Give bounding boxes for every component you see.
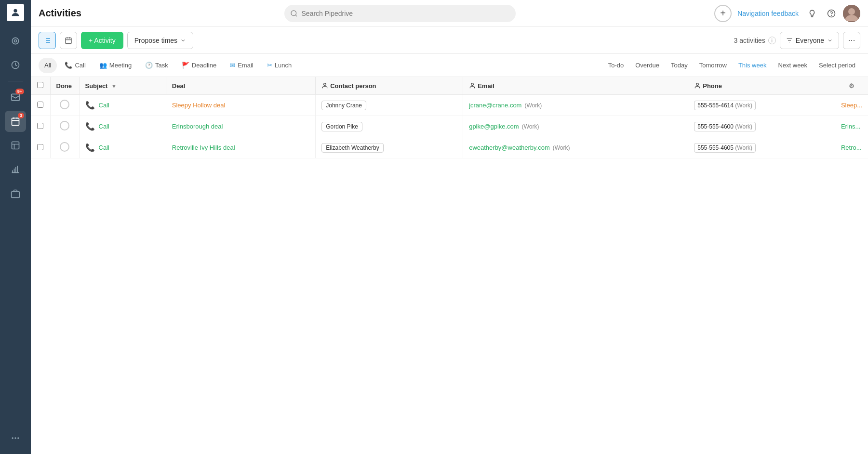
svg-point-2 bbox=[14, 40, 17, 42]
row3-deal-cell: Retroville Ivy Hills deal bbox=[166, 137, 315, 158]
header-settings[interactable]: ⚙ bbox=[835, 77, 868, 95]
sidebar-item-deals[interactable] bbox=[5, 54, 26, 76]
time-tab-todo[interactable]: To-do bbox=[603, 58, 629, 73]
row1-phone-cell: 555-555-4614 (Work) bbox=[688, 95, 835, 116]
sidebar-divider bbox=[8, 81, 23, 81]
row2-done-check[interactable] bbox=[60, 121, 69, 130]
select-all-checkbox[interactable] bbox=[37, 82, 43, 88]
svg-point-15 bbox=[848, 8, 855, 15]
row2-extra-link[interactable]: Erins... bbox=[841, 123, 860, 130]
row1-deal-cell: Sleepy Hollow deal bbox=[166, 95, 315, 116]
header-checkbox-col bbox=[31, 77, 50, 95]
header-done: Done bbox=[50, 77, 79, 95]
row3-email-link[interactable]: eweatherby@weatherby.com bbox=[469, 144, 550, 151]
topbar: Activities + Navigation feedback bbox=[31, 0, 868, 27]
row1-phone-label: (Work) bbox=[735, 102, 752, 109]
row2-checkbox[interactable] bbox=[37, 123, 43, 129]
sidebar-item-home[interactable] bbox=[5, 30, 26, 52]
lightbulb-icon[interactable] bbox=[804, 6, 820, 21]
row2-deal-link[interactable]: Erinsborough deal bbox=[172, 123, 223, 130]
filter-everyone-button[interactable]: Everyone bbox=[780, 32, 839, 49]
row2-contact-badge[interactable]: Gordon Pike bbox=[321, 122, 362, 131]
row3-contact-badge[interactable]: Elizabeth Weatherby bbox=[321, 143, 384, 153]
add-button[interactable]: + bbox=[714, 5, 732, 22]
filter-tab-call[interactable]: 📞 Call bbox=[59, 58, 91, 73]
row2-phone-cell: 555-555-4600 (Work) bbox=[688, 116, 835, 137]
mail-badge: 9+ bbox=[15, 89, 24, 94]
sidebar-item-briefcase[interactable] bbox=[5, 183, 26, 204]
row2-deal-cell: Erinsborough deal bbox=[166, 116, 315, 137]
table-row: 📞 Call Erinsborough deal Gordon Pike gpi… bbox=[31, 116, 868, 137]
user-avatar[interactable] bbox=[843, 5, 860, 22]
search-bar[interactable] bbox=[284, 5, 516, 22]
filter-tab-lunch[interactable]: ✂ Lunch bbox=[261, 58, 297, 73]
svg-rect-6 bbox=[12, 142, 19, 149]
search-input[interactable] bbox=[302, 10, 510, 17]
row3-phone-label: (Work) bbox=[735, 144, 752, 151]
header-subject[interactable]: Subject ▼ bbox=[79, 77, 166, 95]
time-tab-select-period[interactable]: Select period bbox=[814, 58, 860, 73]
nav-feedback-link[interactable]: Navigation feedback bbox=[737, 10, 799, 17]
info-icon[interactable]: i bbox=[768, 37, 776, 44]
sidebar-item-more[interactable] bbox=[5, 428, 26, 449]
row3-checkbox[interactable] bbox=[37, 144, 43, 150]
activities-table: Done Subject ▼ Deal Contact person bbox=[31, 77, 868, 158]
filter-tab-email[interactable]: ✉ Email bbox=[224, 58, 259, 73]
header-phone: Phone bbox=[688, 77, 835, 95]
row2-email-label: (Work) bbox=[522, 123, 539, 130]
sidebar-item-reports[interactable] bbox=[5, 159, 26, 180]
row1-deal-link[interactable]: Sleepy Hollow deal bbox=[172, 102, 226, 109]
row3-extra-cell: Retro... bbox=[835, 137, 868, 158]
row3-call-icon: 📞 bbox=[85, 143, 95, 152]
row3-done-check[interactable] bbox=[60, 142, 69, 152]
propose-times-button[interactable]: Propose times bbox=[127, 32, 193, 49]
list-view-button[interactable] bbox=[39, 32, 56, 49]
sidebar-item-mail[interactable]: 9+ bbox=[5, 87, 26, 108]
activities-table-container: Done Subject ▼ Deal Contact person bbox=[31, 77, 868, 454]
row2-subject-cell: 📞 Call bbox=[79, 116, 166, 137]
calendar-badge: 3 bbox=[18, 113, 24, 118]
time-tab-today[interactable]: Today bbox=[666, 58, 693, 73]
row3-done-cell bbox=[50, 137, 79, 158]
time-tab-overdue[interactable]: Overdue bbox=[630, 58, 664, 73]
app-logo[interactable] bbox=[7, 4, 24, 21]
table-header-row: Done Subject ▼ Deal Contact person bbox=[31, 77, 868, 95]
row1-extra-cell: Sleep... bbox=[835, 95, 868, 116]
row3-extra-link[interactable]: Retro... bbox=[841, 144, 862, 151]
filter-tab-task[interactable]: 🕐 Task bbox=[139, 58, 174, 73]
filter-tab-deadline[interactable]: 🚩 Deadline bbox=[176, 58, 222, 73]
row2-email-link[interactable]: gpike@gpike.com bbox=[469, 123, 519, 130]
svg-rect-5 bbox=[12, 118, 19, 125]
filter-bar: All 📞 Call 👥 Meeting 🕐 Task 🚩 Deadline ✉… bbox=[31, 54, 868, 77]
row1-done-check[interactable] bbox=[60, 100, 69, 109]
row1-extra-link[interactable]: Sleep... bbox=[841, 102, 862, 109]
row1-done-cell bbox=[50, 95, 79, 116]
sidebar-item-contacts[interactable] bbox=[5, 135, 26, 156]
row3-subject-link[interactable]: Call bbox=[99, 144, 109, 151]
time-tab-tomorrow[interactable]: Tomorrow bbox=[694, 58, 732, 73]
row1-contact-badge[interactable]: Johnny Crane bbox=[321, 101, 366, 110]
calendar-view-button[interactable] bbox=[60, 32, 77, 49]
row2-subject-link[interactable]: Call bbox=[99, 123, 109, 130]
row1-email-link[interactable]: jcrane@crane.com bbox=[469, 102, 521, 109]
filter-tab-meeting[interactable]: 👥 Meeting bbox=[93, 58, 137, 73]
column-settings-icon[interactable]: ⚙ bbox=[849, 82, 855, 90]
add-activity-button[interactable]: + Activity bbox=[81, 32, 123, 49]
filter-everyone-label: Everyone bbox=[796, 37, 824, 44]
svg-point-10 bbox=[17, 437, 19, 439]
filter-task-label: Task bbox=[155, 62, 168, 69]
svg-point-13 bbox=[831, 15, 832, 15]
row3-deal-link[interactable]: Retroville Ivy Hills deal bbox=[172, 144, 235, 151]
filter-tab-all[interactable]: All bbox=[39, 58, 57, 73]
time-tab-this-week[interactable]: This week bbox=[734, 58, 772, 73]
time-tab-next-week[interactable]: Next week bbox=[773, 58, 812, 73]
row1-checkbox[interactable] bbox=[37, 102, 43, 108]
task-filter-icon: 🕐 bbox=[145, 62, 153, 69]
row3-checkbox-cell bbox=[31, 137, 50, 158]
propose-times-label: Propose times bbox=[134, 37, 177, 44]
help-icon[interactable] bbox=[824, 6, 839, 21]
sidebar-item-calendar[interactable]: 3 bbox=[5, 111, 26, 132]
row3-phone-badge: 555-555-4605 (Work) bbox=[694, 143, 756, 153]
row1-subject-link[interactable]: Call bbox=[99, 102, 109, 109]
more-options-button[interactable]: ··· bbox=[843, 32, 860, 49]
